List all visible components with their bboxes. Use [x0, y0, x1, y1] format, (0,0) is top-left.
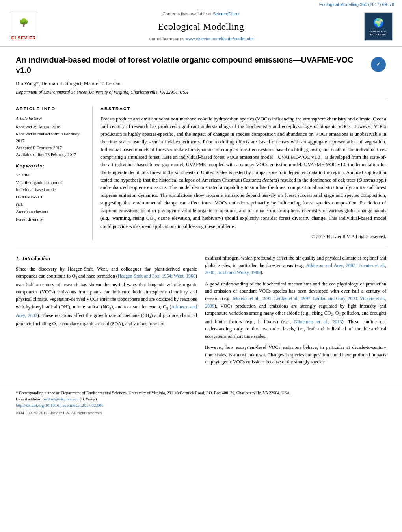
doi-link[interactable]: http://dx.doi.org/10.1016/j.ecolmodel.20… — [16, 403, 104, 408]
abstract-text: Forests produce and emit abundant non-me… — [100, 115, 386, 230]
keyword-volatile: Volatile — [16, 171, 86, 179]
intro-para-2: oxidized nitrogen, which profoundly affe… — [205, 254, 386, 276]
right-column: ABSTRACT Forests produce and emit abunda… — [100, 106, 386, 240]
article-content: An individual-based model of forest vola… — [0, 47, 402, 378]
journal-title: Ecological Modelling — [47, 20, 355, 33]
keyword-voc: Volatile organic compound — [16, 179, 86, 186]
article-history-title: Article history: — [16, 115, 86, 122]
body-text-right: oxidized nitrogen, which profoundly affe… — [205, 254, 386, 366]
accepted-date: Accepted 8 February 2017 — [16, 145, 86, 152]
intro-para-3: A good understanding of the biochemical … — [205, 280, 386, 340]
elsevier-logo: 🌳 ELSEVIER — [8, 12, 39, 41]
ref-niinemets[interactable]: Niinemets et al., 2013 — [294, 319, 342, 324]
corresponding-author-note: * Corresponding author at: Department of… — [16, 390, 386, 402]
copyright-line: © 2017 Elsevier B.V. All rights reserved… — [100, 234, 386, 240]
article-info-abstract: ARTICLE INFO Article history: Received 2… — [16, 106, 386, 240]
page-wrapper: Ecological Modelling 350 (2017) 69–78 🌳 … — [0, 0, 402, 419]
elsevier-wordmark: ELSEVIER — [11, 35, 36, 41]
abstract-paragraph: Forests produce and emit abundant non-me… — [100, 115, 386, 230]
section-divider — [16, 248, 386, 248]
intro-para-4: However, how ecosystem-level VOCs emissi… — [205, 344, 386, 366]
elsevier-tree-icon: 🌳 — [19, 17, 29, 28]
ref-haagen-smit[interactable]: Haagen-Smit and Fox, 1954; Went, 1960 — [118, 273, 195, 279]
keyword-oak: Oak — [16, 201, 86, 208]
keyword-uvafme: UVAFME-VOC — [16, 193, 86, 201]
crossmark-circle: ✓ — [371, 57, 386, 72]
sciencedirect-link[interactable]: ScienceDirect — [213, 11, 240, 16]
eco-globe-icon: 🌍 — [373, 17, 384, 29]
crossmark-logo: ✓ — [370, 57, 386, 72]
eco-logo-box: 🌍 ECOLOGICALMODELLING — [364, 12, 393, 41]
citation-line: Ecological Modelling 350 (2017) 69–78 — [0, 0, 402, 8]
article-info-label: ARTICLE INFO — [16, 106, 86, 112]
left-column: ARTICLE INFO Article history: Received 2… — [16, 106, 93, 240]
email-link[interactable]: bw8my@virginia.edu — [43, 397, 78, 401]
intro-para-1: Since the discovery by Haagen-Smit, Went… — [16, 265, 197, 329]
keywords-block: Keywords: Volatile Volatile organic comp… — [16, 163, 86, 223]
article-title: An individual-based model of forest vola… — [16, 55, 365, 75]
article-title-block: An individual-based model of forest vola… — [16, 55, 365, 96]
elsevier-logo-box: 🌳 — [10, 12, 37, 33]
available-date: Available online 23 February 2017 — [16, 151, 86, 158]
ref-monson[interactable]: Monson et al., 1995; Lerdau et al., 1997… — [205, 296, 386, 309]
keyword-chestnut: American chestnut — [16, 208, 86, 215]
article-footer: * Corresponding author at: Department of… — [0, 386, 402, 419]
email-note: (B. Wang). — [80, 397, 98, 401]
journal-homepage-link[interactable]: www.elsevier.com/locate/ecolmodel — [186, 36, 254, 41]
contents-available-text: Contents lists available at ScienceDirec… — [47, 11, 355, 17]
article-title-section: An individual-based model of forest vola… — [16, 47, 386, 100]
keyword-diversity: Forest diversity — [16, 215, 86, 223]
ref-atkinson2[interactable]: Atkinson and Arey, 2003; Fuentes et al.,… — [205, 263, 386, 276]
body-right-col: oxidized nitrogen, which profoundly affe… — [205, 254, 386, 370]
keyword-ibm: Individual-based model — [16, 186, 86, 193]
article-history-block: Article history: Received 29 August 2016… — [16, 115, 86, 158]
revised-date: Received in revised form 8 February 2017 — [16, 131, 86, 145]
issn-line: 0304-3800/© 2017 Elsevier B.V. All right… — [16, 410, 386, 416]
authors-line: Bin Wang*, Herman H. Shugart, Manuel T. … — [16, 80, 365, 87]
email-label: E-mail address: — [16, 397, 42, 401]
citation-text: Ecological Modelling 350 (2017) 69–78 — [319, 2, 394, 7]
doi-line: http://dx.doi.org/10.1016/j.ecolmodel.20… — [16, 402, 386, 409]
section1-heading: 1. Introduction — [16, 254, 197, 262]
journal-center: Contents lists available at ScienceDirec… — [39, 11, 363, 42]
body-two-col: 1. Introduction Since the discovery by H… — [16, 254, 386, 370]
received-date: Received 29 August 2016 — [16, 124, 86, 131]
body-text-left: Since the discovery by Haagen-Smit, Went… — [16, 265, 197, 329]
journal-header: 🌳 ELSEVIER Contents lists available at S… — [0, 8, 402, 47]
eco-modelling-logo: 🌍 ECOLOGICALMODELLING — [363, 12, 394, 41]
affiliation-line: Department of Environmental Sciences, Un… — [16, 89, 365, 96]
body-left-col: 1. Introduction Since the discovery by H… — [16, 254, 197, 370]
journal-homepage-line: journal homepage: www.elsevier.com/locat… — [47, 36, 355, 42]
abstract-label: ABSTRACT — [100, 106, 386, 112]
keywords-label: Keywords: — [16, 163, 86, 169]
ref-atkinson-arey[interactable]: Atkinson and Arey, 2003 — [16, 304, 197, 318]
